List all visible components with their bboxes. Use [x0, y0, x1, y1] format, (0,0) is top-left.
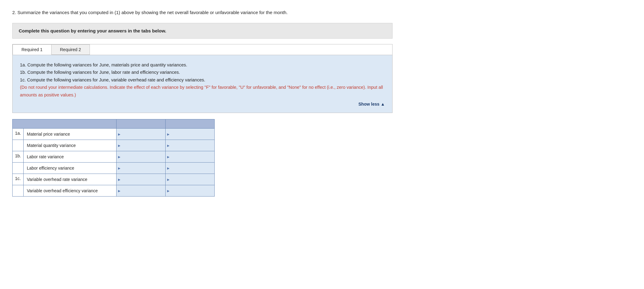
row-group-1b: 1b. — [13, 151, 24, 162]
row-label-var-overhead-eff: Variable overhead efficiency variance — [24, 185, 117, 196]
row-label-labor-rate: Labor rate variance — [24, 151, 117, 162]
tab-line-3: 1c. Compute the following variances for … — [20, 76, 385, 84]
table-row: Material quantity variance — [13, 140, 215, 151]
input-cell-labor-rate-amount[interactable] — [117, 151, 166, 162]
row-group-empty-3 — [13, 185, 24, 196]
table-row: 1c. Variable overhead rate variance — [13, 174, 215, 185]
input-material-price-amount[interactable] — [117, 129, 165, 140]
row-label-material-quantity: Material quantity variance — [24, 140, 117, 151]
input-labor-rate-amount[interactable] — [117, 151, 165, 162]
instruction-box: Complete this question by entering your … — [12, 23, 393, 39]
input-cell-material-qty-amount[interactable] — [117, 140, 166, 151]
input-cell-labor-eff-effect[interactable] — [166, 162, 215, 174]
row-label-var-overhead-rate: Variable overhead rate variance — [24, 174, 117, 185]
table-header-col1 — [13, 119, 117, 128]
variance-table: 1a. Material price variance Material qua… — [12, 119, 215, 197]
tab-line-2: 1b. Compute the following variances for … — [20, 69, 385, 76]
input-cell-material-price-amount[interactable] — [117, 128, 166, 140]
row-group-empty-1 — [13, 140, 24, 151]
input-cell-material-qty-effect[interactable] — [166, 140, 215, 151]
input-cell-var-oh-eff-amount[interactable] — [117, 185, 166, 196]
row-group-1a: 1a. — [13, 128, 24, 140]
tab-line-1: 1a. Compute the following variances for … — [20, 61, 385, 69]
tabs-container: Required 1 Required 2 1a. Compute the fo… — [12, 44, 393, 113]
table-row: 1a. Material price variance — [13, 128, 215, 140]
input-var-oh-eff-amount[interactable] — [117, 185, 165, 196]
input-cell-labor-rate-effect[interactable] — [166, 151, 215, 162]
input-cell-var-oh-rate-effect[interactable] — [166, 174, 215, 185]
tab-content-area: 1a. Compute the following variances for … — [13, 55, 392, 113]
table-header-col3 — [166, 119, 215, 128]
input-labor-eff-effect[interactable] — [166, 163, 214, 174]
tabs-row: Required 1 Required 2 — [13, 44, 392, 55]
input-cell-var-oh-rate-amount[interactable] — [117, 174, 166, 185]
input-material-price-effect[interactable] — [166, 129, 214, 140]
row-group-empty-2 — [13, 162, 24, 174]
input-var-oh-eff-effect[interactable] — [166, 185, 214, 196]
question-text: 2. Summarize the variances that you comp… — [12, 9, 632, 16]
row-label-labor-efficiency: Labor efficiency variance — [24, 162, 117, 174]
tab-required-2[interactable]: Required 2 — [51, 44, 90, 55]
show-less-row: Show less ▲ — [20, 99, 385, 108]
input-material-qty-amount[interactable] — [117, 140, 165, 151]
tab-red-note: (Do not round your intermediate calculat… — [20, 84, 385, 99]
table-header-row — [13, 119, 215, 128]
input-var-oh-rate-amount[interactable] — [117, 174, 165, 185]
input-cell-material-price-effect[interactable] — [166, 128, 215, 140]
show-less-link[interactable]: Show less ▲ — [358, 102, 385, 107]
input-material-qty-effect[interactable] — [166, 140, 214, 151]
tab-required-1[interactable]: Required 1 — [13, 44, 52, 55]
row-label-material-price: Material price variance — [24, 128, 117, 140]
input-cell-var-oh-eff-effect[interactable] — [166, 185, 215, 196]
instruction-text: Complete this question by entering your … — [19, 28, 386, 33]
table-header-col2 — [117, 119, 166, 128]
input-labor-rate-effect[interactable] — [166, 151, 214, 162]
row-group-1c: 1c. — [13, 174, 24, 185]
input-cell-labor-eff-amount[interactable] — [117, 162, 166, 174]
table-row: Labor efficiency variance — [13, 162, 215, 174]
input-labor-eff-amount[interactable] — [117, 163, 165, 174]
table-row: Variable overhead efficiency variance — [13, 185, 215, 196]
table-row: 1b. Labor rate variance — [13, 151, 215, 162]
input-var-oh-rate-effect[interactable] — [166, 174, 214, 185]
